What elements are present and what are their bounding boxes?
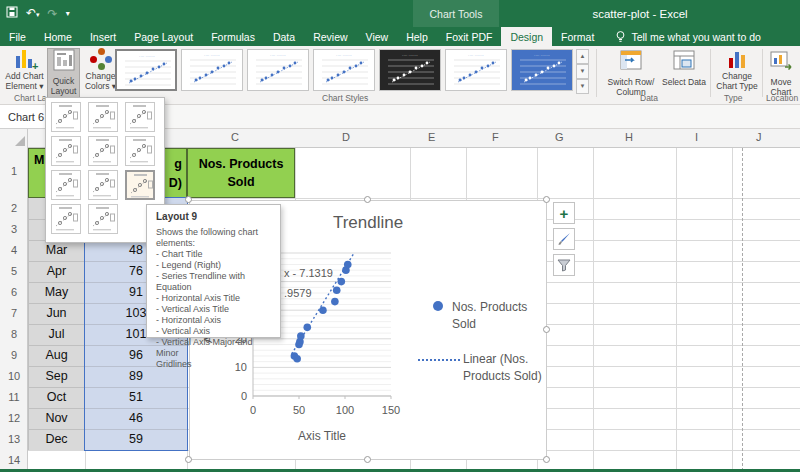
row-header-10[interactable]: 10 <box>0 370 28 382</box>
cell-month-may[interactable]: May <box>28 285 85 299</box>
cell-value-oct[interactable]: 51 <box>85 390 187 404</box>
cell-month-sep[interactable]: Sep <box>28 369 85 383</box>
tab-home[interactable]: Home <box>35 27 81 46</box>
customize-qat-icon[interactable]: ▾ <box>66 6 70 22</box>
column-header-j[interactable]: J <box>756 131 762 143</box>
quick-layout-button[interactable]: Quick Layout ▾ <box>47 48 80 99</box>
undo-icon[interactable]: ↶▾ <box>26 5 40 23</box>
tab-data[interactable]: Data <box>264 27 304 46</box>
tab-page-layout[interactable]: Page Layout <box>125 27 202 46</box>
row-header-13[interactable]: 13 <box>0 433 28 445</box>
cell-month-apr[interactable]: Apr <box>28 264 85 278</box>
row-header-9[interactable]: 9 <box>0 349 28 361</box>
tab-file[interactable]: File <box>0 27 35 46</box>
chart-elements-button[interactable]: + <box>553 202 575 224</box>
cell-value-nov[interactable]: 46 <box>85 411 187 425</box>
chart-style-thumbnail-6[interactable]: ···· ······· <box>445 49 507 91</box>
row-header-12[interactable]: 12 <box>0 412 28 424</box>
gallery-scroll-up-icon[interactable]: ▲ <box>576 49 589 64</box>
column-header-h[interactable]: H <box>625 131 633 143</box>
chart-style-thumbnail-1[interactable]: ···· ······· <box>115 49 177 91</box>
column-header-f[interactable]: F <box>492 131 499 143</box>
row-header-1[interactable]: 1 <box>0 165 28 177</box>
cell-month-nov[interactable]: Nov <box>28 411 85 425</box>
chart-resize-handle[interactable] <box>364 456 371 463</box>
cell-c1-products-header[interactable]: Nos. Products Sold <box>187 148 295 198</box>
quick-layout-option-4[interactable] <box>51 136 81 166</box>
cell-month-mar[interactable]: Mar <box>28 243 85 257</box>
change-colors-button[interactable]: Change Colors ▾ <box>84 48 117 99</box>
chart-style-thumbnail-3[interactable]: ···· ······· <box>247 49 309 91</box>
select-data-button[interactable]: Select Data <box>662 48 706 99</box>
row-header-5[interactable]: 5 <box>0 265 28 277</box>
save-icon[interactable] <box>6 6 18 22</box>
quick-layout-option-9[interactable] <box>125 170 155 200</box>
chart-style-thumbnail-2[interactable]: ···· ······· <box>181 49 243 91</box>
quick-layout-option-8[interactable] <box>88 170 118 200</box>
row-header-14[interactable]: 14 <box>0 454 28 466</box>
cell-month-jul[interactable]: Jul <box>28 327 85 341</box>
chart-resize-handle[interactable] <box>185 196 192 203</box>
tab-view[interactable]: View <box>357 27 398 46</box>
quick-layout-option-3[interactable] <box>125 102 155 132</box>
quick-layout-option-5[interactable] <box>88 136 118 166</box>
chart-resize-handle[interactable] <box>543 326 550 333</box>
change-chart-type-button[interactable]: Change Chart Type <box>714 48 760 99</box>
legend-entry-series[interactable]: Nos. Products Sold <box>452 299 540 334</box>
chart-style-thumbnail-5[interactable]: ···· ······· <box>379 49 441 91</box>
tab-foxit-pdf[interactable]: Foxit PDF <box>437 27 502 46</box>
row-header-2[interactable]: 2 <box>0 202 28 214</box>
quick-layout-option-7[interactable] <box>51 170 81 200</box>
cell-month-oct[interactable]: Oct <box>28 390 85 404</box>
tab-format[interactable]: Format <box>552 27 603 46</box>
quick-layout-option-1[interactable] <box>51 102 81 132</box>
chart-layouts-group-label: Chart La <box>14 93 47 103</box>
x-axis-title[interactable]: Axis Title <box>272 429 372 443</box>
chart-resize-handle[interactable] <box>364 196 371 203</box>
chart-style-thumbnail-7[interactable]: ···· ······· <box>511 49 573 91</box>
gallery-more-icon[interactable]: ▼ <box>576 79 589 94</box>
quick-layout-option-6[interactable] <box>125 136 155 166</box>
row-header-6[interactable]: 6 <box>0 286 28 298</box>
column-header-e[interactable]: E <box>428 131 435 143</box>
tab-design[interactable]: Design <box>501 27 552 46</box>
add-chart-element-button[interactable]: + Add Chart Element ▾ <box>2 48 47 99</box>
switch-row-column-button[interactable]: Switch Row/ Column <box>600 48 662 99</box>
quick-layout-option-2[interactable] <box>88 102 118 132</box>
tab-help[interactable]: Help <box>397 27 437 46</box>
cell-value-sep[interactable]: 89 <box>85 369 187 383</box>
cell-month-jun[interactable]: Jun <box>28 306 85 320</box>
move-chart-button[interactable]: Move Chart <box>764 48 798 99</box>
chart-style-thumbnail-4[interactable]: ···· ······· <box>313 49 375 91</box>
column-header-c[interactable]: C <box>231 131 239 143</box>
tab-insert[interactable]: Insert <box>81 27 125 46</box>
legend-entry-trendline[interactable]: Linear (Nos. Products Sold) <box>463 351 543 386</box>
cell-value-dec[interactable]: 59 <box>85 432 187 446</box>
row-header-3[interactable]: 3 <box>0 223 28 235</box>
chart-resize-handle[interactable] <box>543 456 550 463</box>
chart-styles-button[interactable] <box>553 228 575 250</box>
tell-me-box[interactable]: Tell me what you want to do <box>603 27 761 46</box>
tab-formulas[interactable]: Formulas <box>202 27 264 46</box>
row-header-8[interactable]: 8 <box>0 328 28 340</box>
quick-layout-option-10[interactable] <box>51 204 81 234</box>
redo-icon[interactable]: ↷ <box>48 6 58 22</box>
chart-filters-button[interactable] <box>553 254 575 276</box>
quick-layout-option-11[interactable] <box>88 204 118 234</box>
chart-resize-handle[interactable] <box>543 196 550 203</box>
select-all-corner[interactable] <box>0 129 28 148</box>
row-header-11[interactable]: 11 <box>0 391 28 403</box>
chart-resize-handle[interactable] <box>185 456 192 463</box>
trendline-r-squared[interactable]: .9579 <box>284 287 312 299</box>
cell-month-dec[interactable]: Dec <box>28 432 85 446</box>
cell-month-aug[interactable]: Aug <box>28 348 85 362</box>
row-header-4[interactable]: 4 <box>0 244 28 256</box>
row-header-7[interactable]: 7 <box>0 307 28 319</box>
column-header-g[interactable]: G <box>555 131 564 143</box>
column-header-i[interactable]: I <box>695 131 698 143</box>
gallery-scroll-buttons[interactable]: ▲ ▼ ▼ <box>576 49 589 91</box>
column-header-d[interactable]: D <box>342 131 350 143</box>
gallery-scroll-down-icon[interactable]: ▼ <box>576 64 589 79</box>
trendline-equation[interactable]: x - 7.1319 <box>284 267 333 279</box>
tab-review[interactable]: Review <box>304 27 356 46</box>
